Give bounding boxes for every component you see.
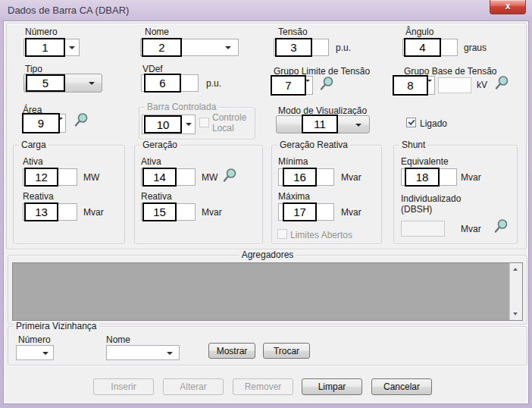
angulo-input[interactable]: 4	[402, 39, 458, 56]
agregadores-scrollbar[interactable]	[509, 263, 522, 320]
mostrar-button[interactable]: Mostrar	[208, 343, 255, 359]
area-value: 9	[22, 113, 60, 133]
maxima-value: 17	[283, 202, 317, 221]
individualizado-search-icon[interactable]	[493, 218, 509, 234]
grupo-base-combobox[interactable]: 8	[393, 76, 435, 95]
close-button[interactable]: x	[490, 0, 526, 14]
minima-label: Mínima	[278, 156, 308, 167]
controle-local-checkbox[interactable]	[199, 118, 209, 127]
modo-visualizacao-value: 11	[302, 115, 338, 133]
angulo-value: 4	[404, 38, 441, 57]
ligado-label: Ligado	[420, 118, 447, 129]
nome-value: 2	[142, 38, 182, 57]
geracao-ativa-value: 14	[142, 168, 177, 187]
individualizado-unit: Mvar	[461, 224, 481, 234]
modo-visualizacao-dropdown-icon[interactable]	[355, 124, 361, 127]
individualizado-label: Individualizado (DBSH)	[401, 193, 487, 215]
scroll-up-button[interactable]	[510, 263, 522, 275]
angulo-label: Ângulo	[405, 27, 433, 37]
pv-numero-dropdown-icon[interactable]	[42, 352, 49, 355]
individualizado-input	[401, 221, 445, 237]
carga-reativa-unit: Mvar	[83, 207, 104, 218]
angulo-unit: graus	[464, 42, 487, 53]
title-bar[interactable]: Dados de Barra CA (DBAR)	[0, 0, 532, 20]
pv-numero-combobox[interactable]	[16, 345, 54, 360]
equivalente-label: Equivalente	[401, 156, 449, 167]
grupo-base-search-icon[interactable]	[493, 75, 510, 90]
scroll-down-button[interactable]	[510, 308, 522, 320]
tipo-label: Tipo	[25, 64, 42, 74]
modo-visualizacao-combobox[interactable]: 11	[276, 115, 370, 133]
geracao-ativa-input[interactable]: 14	[141, 168, 196, 186]
numero-label: Número	[25, 27, 58, 37]
check-icon	[408, 118, 415, 125]
maxima-unit: Mvar	[341, 207, 361, 218]
equivalente-input[interactable]: 18	[401, 168, 457, 186]
carga-ativa-input[interactable]: 12	[23, 168, 77, 186]
grupo-limite-combobox[interactable]: 7	[271, 76, 313, 95]
carga-ativa-unit: MW	[83, 172, 99, 183]
scroll-up-icon	[513, 268, 518, 271]
geracao-label: Geração	[140, 140, 180, 150]
ligado-checkbox[interactable]	[406, 118, 416, 127]
barra-controlada-label: Barra Controlada	[145, 102, 218, 112]
tipo-combobox[interactable]: 5	[23, 74, 102, 93]
geracao-ativa-label: Ativa	[141, 156, 161, 167]
limpar-button[interactable]: Limpar	[302, 378, 362, 395]
inserir-button[interactable]: Inserir	[93, 378, 154, 395]
carga-ativa-label: Ativa	[23, 156, 43, 167]
controle-local-label: Controle Local	[212, 112, 255, 133]
remover-button[interactable]: Remover	[233, 378, 293, 395]
pv-nome-label: Nome	[106, 334, 130, 345]
tensao-label: Tensão	[278, 27, 308, 37]
pv-nome-combobox[interactable]	[106, 345, 180, 360]
grupo-base-value: 8	[393, 75, 428, 96]
window-title: Dados de Barra CA (DBAR)	[8, 5, 129, 16]
grupo-limite-search-icon[interactable]	[318, 76, 335, 91]
vdef-unit: p.u.	[206, 78, 221, 89]
geracao-ativa-unit: MW	[202, 172, 217, 183]
geracao-reativa-label: Reativa	[141, 191, 172, 202]
alterar-button[interactable]: Alterar	[163, 378, 224, 395]
carga-reativa-value: 13	[24, 202, 58, 221]
limites-abertos-label: Limites Abertos	[290, 230, 352, 240]
agregadores-listbox[interactable]	[12, 262, 523, 321]
tipo-dropdown-icon[interactable]	[89, 82, 95, 85]
area-combobox[interactable]: 9	[22, 114, 66, 133]
numero-dropdown-icon[interactable]	[69, 46, 75, 49]
carga-reativa-label: Reativa	[23, 191, 54, 202]
nome-label: Nome	[145, 27, 169, 37]
primeira-vizinhanca-label: Primeira Vizinhança	[14, 322, 99, 331]
cancelar-button[interactable]: Cancelar	[371, 378, 432, 395]
agregadores-label: Agregadores	[239, 250, 296, 260]
vdef-value: 6	[144, 74, 181, 93]
barra-controlada-dropdown-icon[interactable]	[186, 123, 192, 126]
limites-abertos-checkbox[interactable]	[277, 229, 287, 239]
nome-dropdown-icon[interactable]	[225, 46, 231, 49]
barra-controlada-combobox[interactable]: 10	[142, 115, 196, 134]
carga-reativa-input[interactable]: 13	[23, 203, 77, 221]
maxima-input[interactable]: 17	[278, 203, 334, 221]
pv-numero-label: Número	[18, 334, 51, 345]
pv-nome-dropdown-icon[interactable]	[167, 352, 173, 355]
minima-input[interactable]: 16	[278, 168, 334, 186]
geracao-ativa-search-icon[interactable]	[221, 168, 238, 183]
grupo-base-unit: kV	[477, 80, 487, 90]
tipo-value: 5	[26, 74, 65, 92]
equivalente-unit: Mvar	[461, 172, 481, 183]
barra-controlada-value: 10	[144, 115, 182, 133]
area-search-icon[interactable]	[73, 112, 89, 127]
minima-unit: Mvar	[341, 172, 361, 183]
vdef-input[interactable]: 6	[141, 74, 199, 92]
geracao-reativa-unit: Mvar	[202, 207, 222, 218]
tensao-value: 3	[275, 38, 312, 57]
grupo-limite-value: 7	[271, 75, 306, 96]
nome-combobox[interactable]: 2	[140, 39, 239, 56]
trocar-button[interactable]: Trocar	[263, 343, 310, 359]
carga-ativa-value: 12	[24, 168, 58, 187]
tensao-unit: p.u.	[336, 42, 351, 53]
shunt-label: Shunt	[399, 140, 427, 150]
geracao-reativa-input[interactable]: 15	[141, 203, 196, 221]
numero-combobox[interactable]: 1	[23, 39, 80, 56]
tensao-input[interactable]: 3	[274, 39, 329, 56]
